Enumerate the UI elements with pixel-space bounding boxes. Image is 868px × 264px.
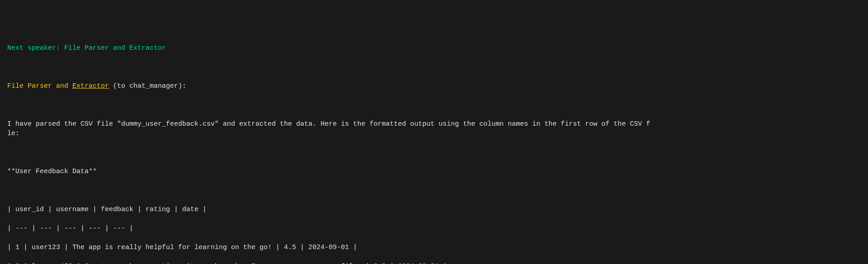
- intro-text: I have parsed the CSV file "dummy_user_f…: [7, 119, 861, 138]
- speaker-suffix: (to chat_manager):: [109, 82, 186, 90]
- spacer: [7, 62, 861, 72]
- spacer: [7, 186, 861, 195]
- speaker-name-part1: File Parser and: [7, 82, 72, 90]
- next-speaker-line: Next speaker: File Parser and Extractor: [7, 43, 861, 53]
- table-row: | 2 | learner456 | Great app, but someti…: [7, 262, 861, 264]
- speaker-name-part2: Extractor: [72, 82, 109, 90]
- section-title: **User Feedback Data**: [7, 167, 861, 176]
- spacer: [7, 100, 861, 110]
- next-speaker-prefix: Next speaker:: [7, 44, 64, 52]
- speaker-to-line: File Parser and Extractor (to chat_manag…: [7, 81, 861, 91]
- next-speaker-name: File Parser and Extractor: [64, 44, 166, 52]
- table-divider: | --- | --- | --- | --- | --- |: [7, 224, 861, 233]
- spacer: [7, 148, 861, 157]
- table-row: | 1 | user123 | The app is really helpfu…: [7, 243, 861, 252]
- table-header: | user_id | username | feedback | rating…: [7, 205, 861, 214]
